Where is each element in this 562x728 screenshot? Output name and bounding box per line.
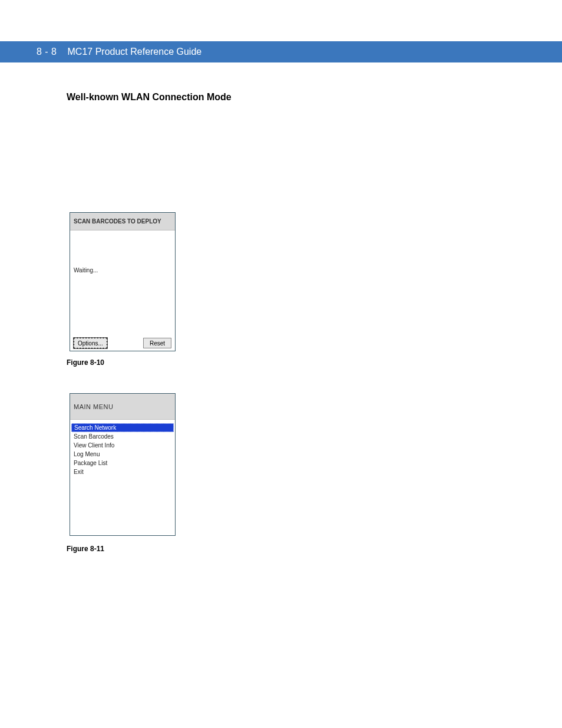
device-screen-scan-barcodes: SCAN BARCODES TO DEPLOY Waiting... Optio…	[70, 212, 176, 351]
menu-item-exit[interactable]: Exit	[70, 467, 175, 476]
main-menu-list: Search Network Scan Barcodes View Client…	[70, 420, 175, 476]
menu-item-package-list[interactable]: Package List	[70, 459, 175, 467]
screen-titlebar: SCAN BARCODES TO DEPLOY	[70, 213, 175, 230]
page-header-bar: 8 - 8 MC17 Product Reference Guide	[0, 41, 562, 62]
options-button[interactable]: Options...	[74, 338, 107, 348]
device-screen-main-menu: MAIN MENU Search Network Scan Barcodes V…	[70, 393, 176, 536]
menu-item-log-menu[interactable]: Log Menu	[70, 450, 175, 459]
status-text-waiting: Waiting...	[74, 267, 98, 274]
document-page: 8 - 8 MC17 Product Reference Guide Well-…	[0, 0, 562, 728]
document-title: MC17 Product Reference Guide	[68, 47, 202, 57]
figure-caption: Figure 8-11	[67, 545, 104, 553]
menu-item-scan-barcodes[interactable]: Scan Barcodes	[70, 432, 175, 441]
page-number: 8 - 8	[37, 47, 57, 57]
menu-item-view-client-info[interactable]: View Client Info	[70, 441, 175, 450]
menu-item-search-network[interactable]: Search Network	[71, 423, 174, 432]
figure-caption: Figure 8-10	[67, 358, 104, 367]
screen-titlebar: MAIN MENU	[70, 394, 175, 420]
screen-body: Waiting... Options... Reset	[70, 230, 175, 351]
section-heading: Well-known WLAN Connection Mode	[67, 92, 232, 103]
reset-button[interactable]: Reset	[143, 338, 171, 348]
